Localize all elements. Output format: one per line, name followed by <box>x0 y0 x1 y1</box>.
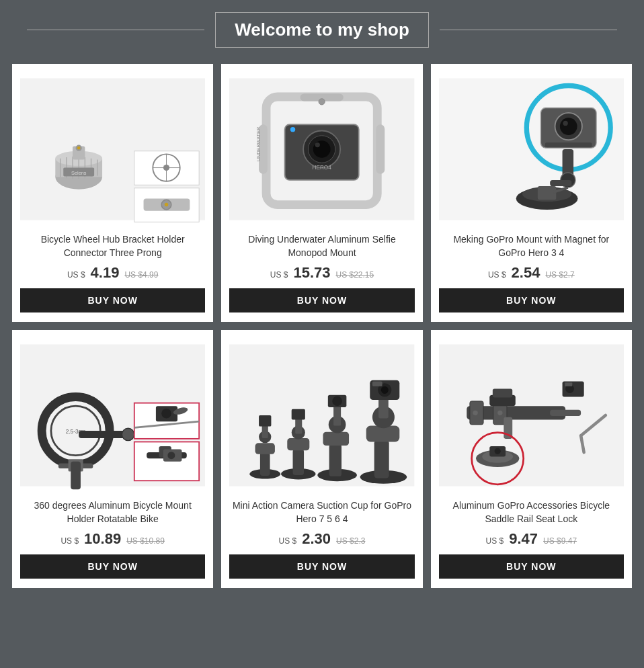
price-original-p6: US $9.47 <box>543 536 577 546</box>
price-current-p5: 2.30 <box>302 530 331 548</box>
price-original-p1: US $4.99 <box>124 270 158 280</box>
buy-button-p4[interactable]: BUY NOW <box>20 554 205 579</box>
price-current-p6: 9.47 <box>509 530 538 548</box>
svg-rect-87 <box>323 432 350 446</box>
product-image-p4: 2.5-3cm <box>20 338 205 493</box>
svg-rect-89 <box>333 406 341 425</box>
price-original-p5: US $2.3 <box>336 536 365 546</box>
product-card-p3: Meking GoPro Mount with Magnet for GoPro… <box>431 64 632 322</box>
header-title-box: Welcome to my shop <box>215 12 429 48</box>
buy-button-p6[interactable]: BUY NOW <box>439 554 624 579</box>
price-label-p3: US $ <box>488 270 506 280</box>
product-name-p2: Diving Underwater Aluminum Selfie Monopo… <box>229 233 414 260</box>
product-card-p1: Selens Bicycle Wheel <box>12 64 213 322</box>
svg-point-34 <box>315 142 320 147</box>
products-grid: Selens Bicycle Wheel <box>0 57 644 601</box>
buy-button-p2[interactable]: BUY NOW <box>229 288 414 312</box>
price-current-p3: 2.54 <box>512 264 540 282</box>
product-pricing-p6: US $ 9.47 US $9.47 <box>486 530 577 548</box>
svg-rect-110 <box>550 410 581 416</box>
price-label-p1: US $ <box>67 270 85 280</box>
svg-rect-28 <box>376 124 385 173</box>
price-label-p5: US $ <box>279 536 297 546</box>
product-image-p2: HERO4 UNDERWATER <box>229 72 414 226</box>
price-label-p4: US $ <box>61 536 79 546</box>
product-image-p3 <box>439 72 624 226</box>
svg-rect-51 <box>550 180 571 186</box>
price-current-p4: 10.89 <box>84 530 121 548</box>
svg-rect-78 <box>259 415 271 427</box>
svg-rect-100 <box>372 382 383 386</box>
svg-point-43 <box>560 118 577 135</box>
svg-point-24 <box>165 203 169 207</box>
product-pricing-p5: US $ 2.30 US $2.3 <box>279 530 366 548</box>
product-card-p2: HERO4 UNDERWATER Diving Underwater Alumi… <box>221 64 422 322</box>
svg-rect-60 <box>79 431 125 438</box>
product-pricing-p3: US $ 2.54 US $2.7 <box>488 264 575 282</box>
header-line-left <box>27 30 204 30</box>
svg-point-36 <box>290 127 295 132</box>
svg-rect-74 <box>260 452 270 476</box>
svg-point-44 <box>563 121 567 126</box>
price-original-p2: US $22.15 <box>336 270 374 280</box>
svg-rect-93 <box>374 440 389 478</box>
shop-header: Welcome to my shop <box>0 0 644 57</box>
svg-point-108 <box>473 411 477 415</box>
shop-title: Welcome to my shop <box>235 19 409 40</box>
svg-point-37 <box>319 99 325 105</box>
product-pricing-p2: US $ 15.73 US $22.15 <box>270 264 374 282</box>
buy-button-p3[interactable]: BUY NOW <box>439 288 624 312</box>
product-name-p1: Bicycle Wheel Hub Bracket Holder Connect… <box>20 233 205 260</box>
product-pricing-p4: US $ 10.89 US $10.89 <box>61 530 164 548</box>
svg-point-109 <box>497 411 502 415</box>
price-current-p2: 15.73 <box>293 264 330 282</box>
svg-point-117 <box>494 448 500 454</box>
svg-rect-107 <box>493 389 512 398</box>
product-image-p1: Selens <box>20 72 205 226</box>
svg-rect-80 <box>293 449 305 475</box>
buy-button-p1[interactable]: BUY NOW <box>20 288 205 312</box>
product-name-p5: Mini Action Camera Suction Cup for GoPro… <box>229 499 414 526</box>
svg-rect-59 <box>71 462 81 489</box>
product-card-p4: 2.5-3cm <box>12 330 213 588</box>
product-card-p5: Mini Action Camera Suction Cup for GoPro… <box>221 330 422 588</box>
product-image-p6 <box>439 338 624 493</box>
product-name-p3: Meking GoPro Mount with Magnet for GoPro… <box>439 233 624 260</box>
svg-point-71 <box>167 452 175 459</box>
svg-rect-45 <box>545 142 592 147</box>
svg-rect-121 <box>565 382 572 386</box>
price-label-p2: US $ <box>270 270 288 280</box>
svg-point-61 <box>122 428 134 440</box>
svg-rect-77 <box>262 425 268 438</box>
svg-point-91 <box>333 396 343 407</box>
product-pricing-p1: US $ 4.19 US $4.99 <box>67 264 159 282</box>
svg-point-65 <box>161 409 171 419</box>
header-line-right <box>440 30 617 30</box>
svg-point-15 <box>77 147 81 150</box>
product-card-p6: Aluminum GoPro Accessories Bicycle Saddl… <box>431 330 632 588</box>
product-name-p4: 360 degrees Aluminum Bicycle Mount Holde… <box>20 499 205 526</box>
price-original-p4: US $10.89 <box>126 536 165 546</box>
svg-text:UNDERWATER: UNDERWATER <box>255 127 261 162</box>
svg-point-99 <box>381 386 389 394</box>
svg-rect-84 <box>292 409 305 420</box>
svg-text:HERO4: HERO4 <box>313 165 332 171</box>
svg-rect-75 <box>255 443 275 454</box>
price-label-p6: US $ <box>486 536 504 546</box>
product-name-p6: Aluminum GoPro Accessories Bicycle Saddl… <box>439 499 624 526</box>
product-image-p5 <box>229 338 414 493</box>
svg-rect-81 <box>288 438 310 450</box>
svg-rect-83 <box>296 419 303 434</box>
buy-button-p5[interactable]: BUY NOW <box>229 554 414 579</box>
svg-rect-86 <box>329 444 341 476</box>
price-original-p3: US $2.7 <box>545 270 574 280</box>
price-current-p1: 4.19 <box>91 264 120 282</box>
svg-text:Selens: Selens <box>71 170 87 176</box>
